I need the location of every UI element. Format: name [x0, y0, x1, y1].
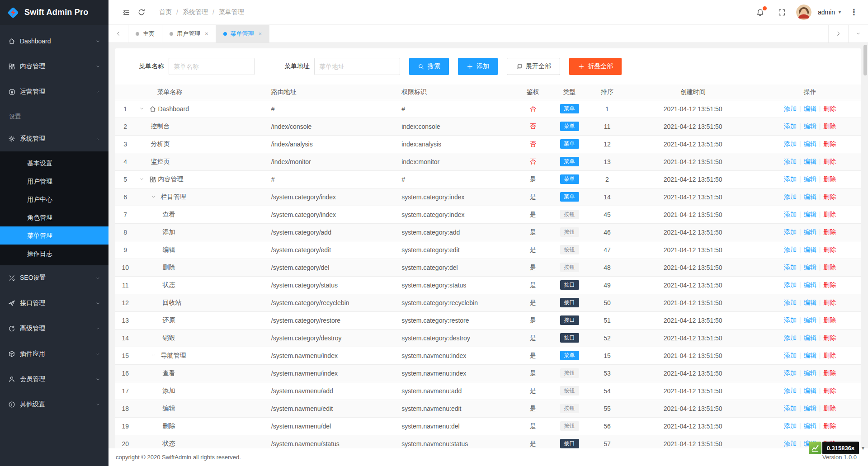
row-action-编辑[interactable]: 编辑 [804, 299, 816, 306]
vertical-scrollbar[interactable] [863, 45, 867, 75]
sidebar-item-会员管理[interactable]: 会员管理 [0, 367, 108, 392]
row-action-编辑[interactable]: 编辑 [804, 316, 816, 324]
row-action-添加[interactable]: 添加 [784, 193, 797, 200]
row-action-删除[interactable]: 删除 [823, 387, 836, 394]
row-action-删除[interactable]: 删除 [823, 158, 836, 165]
row-action-删除[interactable]: 删除 [823, 264, 836, 271]
row-action-删除[interactable]: 删除 [823, 369, 836, 377]
refresh-icon[interactable] [134, 5, 149, 20]
sidebar-subitem-用户中心[interactable]: 用户中心 [0, 190, 108, 208]
row-action-编辑[interactable]: 编辑 [804, 281, 816, 288]
row-action-添加[interactable]: 添加 [784, 369, 797, 377]
tabs-scroll-right-icon[interactable] [828, 25, 848, 42]
fullscreen-icon[interactable] [774, 5, 790, 20]
row-action-添加[interactable]: 添加 [784, 299, 797, 306]
row-action-添加[interactable]: 添加 [784, 352, 797, 359]
row-action-添加[interactable]: 添加 [784, 122, 797, 130]
breadcrumb-item[interactable]: 首页 [159, 8, 172, 16]
row-action-编辑[interactable]: 编辑 [804, 122, 816, 130]
breadcrumb-item[interactable]: 系统管理 [183, 8, 208, 16]
row-action-编辑[interactable]: 编辑 [804, 228, 816, 235]
sidebar-subitem-菜单管理[interactable]: 菜单管理 [0, 226, 108, 245]
sidebar-subitem-用户管理[interactable]: 用户管理 [0, 172, 108, 190]
sidebar-item-内容管理[interactable]: 内容管理 [0, 54, 108, 79]
row-action-删除[interactable]: 删除 [823, 422, 836, 429]
row-action-编辑[interactable]: 编辑 [804, 246, 816, 253]
debug-caret-icon[interactable]: ▼ [861, 446, 865, 451]
row-action-添加[interactable]: 添加 [784, 422, 797, 429]
menu-name-input[interactable] [169, 58, 255, 75]
row-action-编辑[interactable]: 编辑 [804, 175, 816, 183]
app-logo[interactable]: Swift Admin Pro [0, 0, 108, 25]
row-action-编辑[interactable]: 编辑 [804, 211, 816, 218]
row-action-删除[interactable]: 删除 [823, 228, 836, 235]
row-expand-icon[interactable] [139, 177, 149, 182]
tab-用户管理[interactable]: 用户管理 × [162, 25, 216, 42]
sidebar-item-高级管理[interactable]: 高级管理 [0, 316, 108, 341]
sidebar-item-运营管理[interactable]: 运营管理 [0, 79, 108, 104]
row-action-删除[interactable]: 删除 [823, 246, 836, 253]
row-action-添加[interactable]: 添加 [784, 316, 797, 324]
row-action-添加[interactable]: 添加 [784, 175, 797, 183]
sidebar-subitem-角色管理[interactable]: 角色管理 [0, 208, 108, 226]
row-action-删除[interactable]: 删除 [823, 334, 836, 341]
row-action-添加[interactable]: 添加 [784, 405, 797, 412]
sidebar-item-插件应用[interactable]: 插件应用 [0, 341, 108, 367]
row-action-添加[interactable]: 添加 [784, 158, 797, 165]
row-expand-icon[interactable] [151, 353, 161, 358]
debug-toolbar[interactable]: 0.315836s ▼ [809, 442, 865, 454]
menu-url-input[interactable] [314, 58, 400, 75]
more-menu-icon[interactable]: ⋮ [848, 7, 860, 17]
tabs-dropdown-icon[interactable] [848, 25, 868, 42]
row-action-删除[interactable]: 删除 [823, 193, 836, 200]
sidebar-item-SEO设置[interactable]: SEO设置 [0, 265, 108, 291]
row-action-编辑[interactable]: 编辑 [804, 158, 816, 165]
notification-bell-icon[interactable] [753, 5, 768, 20]
row-action-添加[interactable]: 添加 [784, 105, 797, 112]
row-action-添加[interactable]: 添加 [784, 334, 797, 341]
row-action-编辑[interactable]: 编辑 [804, 387, 816, 394]
row-action-编辑[interactable]: 编辑 [804, 140, 816, 147]
row-action-编辑[interactable]: 编辑 [804, 369, 816, 377]
row-action-添加[interactable]: 添加 [784, 246, 797, 253]
row-action-删除[interactable]: 删除 [823, 299, 836, 306]
row-action-删除[interactable]: 删除 [823, 352, 836, 359]
avatar[interactable] [796, 5, 811, 20]
row-action-添加[interactable]: 添加 [784, 264, 797, 271]
row-action-删除[interactable]: 删除 [823, 122, 836, 130]
row-action-删除[interactable]: 删除 [823, 140, 836, 147]
row-action-添加[interactable]: 添加 [784, 211, 797, 218]
row-action-删除[interactable]: 删除 [823, 316, 836, 324]
sidebar-subitem-操作日志[interactable]: 操作日志 [0, 245, 108, 263]
row-action-添加[interactable]: 添加 [784, 440, 797, 447]
search-button[interactable]: 搜索 [409, 58, 449, 75]
row-action-编辑[interactable]: 编辑 [804, 405, 816, 412]
sidebar-subitem-基本设置[interactable]: 基本设置 [0, 154, 108, 172]
row-action-编辑[interactable]: 编辑 [804, 264, 816, 271]
tab-close-icon[interactable]: × [205, 30, 208, 37]
tab-close-icon[interactable]: × [259, 30, 262, 37]
sidebar-item-其他设置[interactable]: 其他设置 [0, 392, 108, 417]
collapse-sidebar-icon[interactable] [118, 5, 134, 20]
row-action-添加[interactable]: 添加 [784, 281, 797, 288]
row-action-删除[interactable]: 删除 [823, 211, 836, 218]
sidebar-item-系统管理[interactable]: 系统管理 [0, 126, 108, 151]
row-action-删除[interactable]: 删除 [823, 105, 836, 112]
row-action-编辑[interactable]: 编辑 [804, 334, 816, 341]
row-action-编辑[interactable]: 编辑 [804, 193, 816, 200]
row-action-删除[interactable]: 删除 [823, 175, 836, 183]
breadcrumb-item[interactable]: 菜单管理 [219, 8, 244, 16]
row-action-编辑[interactable]: 编辑 [804, 105, 816, 112]
row-action-删除[interactable]: 删除 [823, 405, 836, 412]
collapse-all-button[interactable]: 折叠全部 [569, 58, 622, 75]
tabs-scroll-left-icon[interactable] [108, 25, 128, 42]
sidebar-item-接口管理[interactable]: 接口管理 [0, 291, 108, 316]
row-action-编辑[interactable]: 编辑 [804, 352, 816, 359]
row-expand-icon[interactable] [151, 194, 161, 199]
add-button[interactable]: 添加 [458, 58, 498, 75]
row-action-编辑[interactable]: 编辑 [804, 422, 816, 429]
row-action-删除[interactable]: 删除 [823, 281, 836, 288]
row-action-添加[interactable]: 添加 [784, 140, 797, 147]
row-action-添加[interactable]: 添加 [784, 387, 797, 394]
user-menu[interactable]: admin ▼ [818, 9, 842, 16]
